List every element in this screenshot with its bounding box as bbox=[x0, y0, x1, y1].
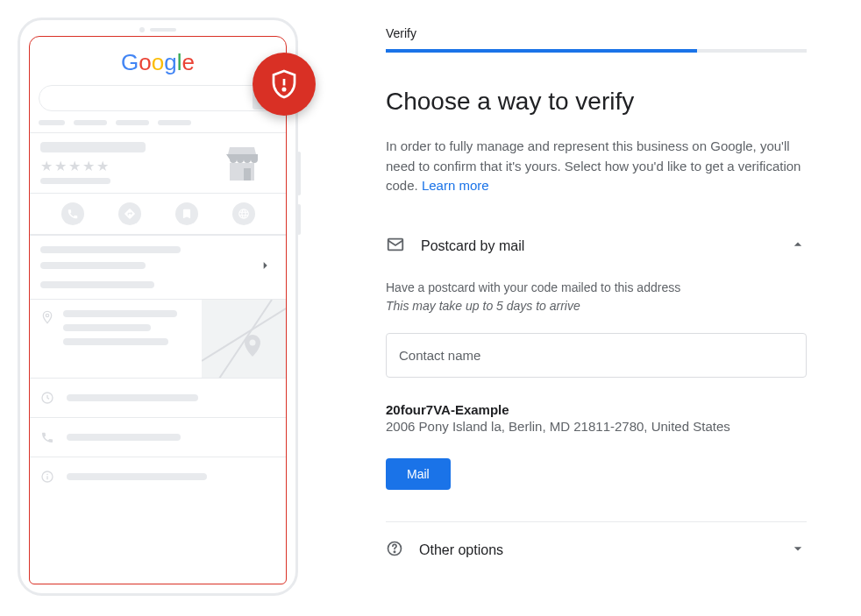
location-pin-icon bbox=[40, 310, 54, 324]
chevron-right-icon bbox=[258, 258, 272, 276]
mail-icon bbox=[386, 235, 405, 258]
svg-line-4 bbox=[219, 300, 272, 378]
learn-more-link[interactable]: Learn more bbox=[422, 178, 489, 193]
page-heading: Choose a way to verify bbox=[386, 88, 807, 116]
phone-screen: Google ★★★★★ bbox=[29, 36, 287, 584]
phone-speaker bbox=[132, 27, 184, 32]
directions-icon bbox=[118, 202, 141, 225]
clock-icon bbox=[40, 391, 54, 405]
phone-side-button bbox=[297, 152, 301, 195]
help-icon bbox=[386, 540, 403, 561]
contact-name-input[interactable] bbox=[386, 333, 807, 378]
postcard-subtitle: Have a postcard with your code mailed to… bbox=[386, 279, 807, 315]
phone-icon bbox=[40, 430, 54, 444]
business-address: 20four7VA-Example 2006 Pony Island la, B… bbox=[386, 402, 807, 434]
postcard-option-title: Postcard by mail bbox=[421, 238, 773, 254]
save-icon bbox=[175, 202, 198, 225]
other-options-title: Other options bbox=[419, 542, 773, 558]
postcard-option-header[interactable]: Postcard by mail bbox=[386, 228, 807, 265]
google-logo: Google bbox=[30, 37, 286, 85]
website-icon bbox=[232, 202, 255, 225]
phone-icon bbox=[61, 202, 84, 225]
website-row-skeleton bbox=[30, 457, 286, 496]
phone-row-skeleton bbox=[30, 417, 286, 457]
svg-point-2 bbox=[46, 314, 48, 316]
verify-panel: Verify Choose a way to verify In order t… bbox=[386, 18, 807, 598]
listing-header-skeleton: ★★★★★ bbox=[30, 132, 286, 193]
svg-point-9 bbox=[283, 89, 285, 90]
svg-rect-1 bbox=[244, 168, 251, 181]
map-thumbnail bbox=[202, 300, 286, 378]
postcard-option-body: Have a postcard with your code mailed to… bbox=[386, 279, 807, 490]
business-address-text: 2006 Pony Island la, Berlin, MD 21811-27… bbox=[386, 419, 807, 434]
hours-row-skeleton bbox=[30, 378, 286, 417]
info-skeleton bbox=[30, 235, 286, 299]
action-buttons-skeleton bbox=[30, 193, 286, 235]
globe-icon bbox=[40, 470, 54, 484]
mail-button[interactable]: Mail bbox=[386, 458, 451, 490]
store-icon bbox=[221, 142, 263, 184]
search-bar-placeholder bbox=[39, 85, 277, 111]
chevron-up-icon bbox=[789, 236, 807, 257]
step-label: Verify bbox=[386, 26, 807, 40]
progress-fill bbox=[386, 49, 697, 53]
postcard-subtitle-line2: This may take up to 5 days to arrive bbox=[386, 297, 807, 315]
tabs-skeleton bbox=[30, 120, 286, 132]
chevron-down-icon bbox=[789, 540, 807, 561]
progress-bar bbox=[386, 49, 807, 53]
postcard-subtitle-line1: Have a postcard with your code mailed to… bbox=[386, 279, 807, 297]
other-options-header[interactable]: Other options bbox=[386, 522, 807, 568]
svg-point-12 bbox=[394, 551, 395, 552]
phone-frame: Google ★★★★★ bbox=[18, 18, 298, 596]
phone-preview: Google ★★★★★ bbox=[18, 18, 298, 598]
business-name-text: 20four7VA-Example bbox=[386, 402, 807, 417]
svg-point-6 bbox=[250, 340, 256, 346]
phone-side-button bbox=[297, 204, 301, 235]
page-description: In order to fully manage and represent t… bbox=[386, 137, 807, 196]
svg-line-3 bbox=[202, 308, 286, 361]
shield-alert-icon bbox=[253, 53, 316, 116]
map-row-skeleton bbox=[30, 299, 286, 378]
